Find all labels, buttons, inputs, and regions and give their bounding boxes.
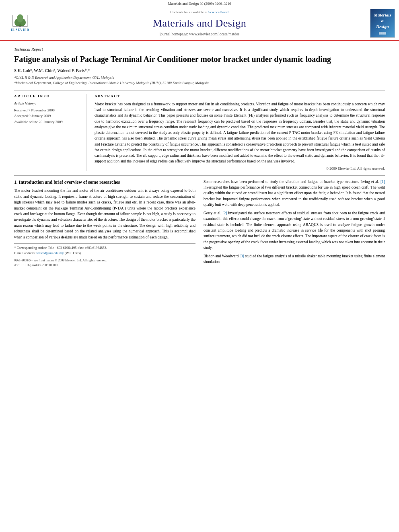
cover-amp: &	[381, 18, 384, 24]
right-paragraph3: Bishop and Woodward [3] studied the fati…	[204, 253, 385, 265]
journal-cover-image: Materials & Design ▓▓▓▓	[370, 9, 395, 38]
right-paragraph1: Some researches have been performed to s…	[204, 179, 385, 208]
received-date: Received 7 November 2008	[14, 107, 80, 113]
cover-title: Materials	[374, 12, 391, 18]
email-label: E-mail address:	[14, 251, 35, 255]
right-paragraph2: Gerry et al. [2] investigated the surfac…	[204, 210, 385, 251]
ref2: [2]	[222, 211, 227, 215]
affiliation-a: ᵃO.Y.L R & D Research and Application De…	[14, 75, 385, 81]
journal-header: Materials and Design 30 (2009) 3206–3216…	[0, 0, 399, 41]
issn-block: 0261-3069/$ – see front matter © 2009 El…	[14, 258, 195, 269]
abstract-label: ABSTRACT	[95, 94, 385, 99]
body-right-column: Some researches have been performed to s…	[204, 179, 385, 269]
elsevier-wordmark: ELSEVIER	[11, 28, 29, 33]
homepage-label: journal homepage: www.elsevier.com/locat…	[160, 32, 239, 36]
email-name: (W.F. Faris).	[65, 251, 82, 255]
article-info-column: ARTICLE INFO Article history: Received 7…	[14, 94, 86, 171]
history-label: Article history:	[14, 101, 80, 106]
authors-text: S.K. Lohᵃ, W.M. Chinᵃ, Waleed F. Farisᵇ,…	[14, 68, 90, 73]
body-content: 1. Introduction and brief overview of so…	[14, 175, 385, 269]
ref1: [1]	[380, 180, 385, 184]
journal-homepage: journal homepage: www.elsevier.com/locat…	[153, 32, 246, 37]
cover-subtitle: Design	[376, 24, 389, 30]
when-word: when	[14, 235, 23, 239]
sciencedirect-link[interactable]: ScienceDirect	[208, 10, 228, 14]
section1-paragraph1: The motor bracket mounting the fan and m…	[14, 188, 195, 240]
section1-heading: 1. Introduction and brief overview of so…	[14, 179, 195, 186]
accepted-date: Accepted 9 January 2009	[14, 113, 80, 119]
elsevier-tree-icon	[12, 14, 29, 27]
affiliation-b: ᵇMechanical Department, College of Engin…	[14, 80, 385, 86]
email-line: E-mail address: waleed@iiu.edu.my (W.F. …	[14, 251, 195, 256]
issn-line1: 0261-3069/$ – see front matter © 2009 El…	[14, 258, 195, 263]
doi-line: doi:10.1016/j.matdes.2009.01.010	[14, 263, 195, 268]
journal-name: Materials and Design	[153, 16, 246, 31]
citation-line: Materials and Design 30 (2009) 3206–3216	[0, 0, 399, 7]
email-link[interactable]: waleed@iiu.edu.my	[36, 251, 64, 255]
abstract-column: ABSTRACT Motor bracket has been designed…	[95, 94, 385, 171]
section-type: Technical Report	[14, 44, 385, 52]
footnote-section: * Corresponding author. Tel.: +603 61964…	[14, 243, 195, 256]
article-info-label: ARTICLE INFO	[14, 94, 80, 99]
article-title: Fatigue analysis of Package Terminal Air…	[14, 54, 385, 64]
article-info-abstract: ARTICLE INFO Article history: Received 7…	[14, 90, 385, 171]
abstract-text: Motor bracket has been designed as a fra…	[95, 101, 385, 164]
journal-title-block: Contents lists available at ScienceDirec…	[153, 10, 246, 37]
svg-point-4	[17, 14, 23, 23]
available-date: Available online 20 January 2009	[14, 119, 80, 125]
abstract-copyright: © 2009 Elsevier Ltd. All rights reserved…	[95, 166, 385, 171]
citation-text: Materials and Design 30 (2009) 3206–3216	[168, 2, 231, 6]
affiliations: ᵃO.Y.L R & D Research and Application De…	[14, 75, 385, 86]
cover-decoration: ▓▓▓▓	[379, 31, 386, 35]
journal-header-main: ELSEVIER Contents lists available at Sci…	[0, 7, 399, 40]
body-left-column: 1. Introduction and brief overview of so…	[14, 179, 195, 269]
corresponding-author: * Corresponding author. Tel.: +603 61964…	[14, 245, 195, 251]
authors: S.K. Lohᵃ, W.M. Chinᵃ, Waleed F. Farisᵇ,…	[14, 68, 385, 74]
article-content: Technical Report Fatigue analysis of Pac…	[0, 41, 399, 273]
elsevier-logo: ELSEVIER	[4, 12, 36, 35]
ref3: [3]	[240, 254, 244, 258]
contents-line: Contents lists available at ScienceDirec…	[153, 10, 246, 15]
contents-text: Contents lists available at	[171, 10, 208, 14]
